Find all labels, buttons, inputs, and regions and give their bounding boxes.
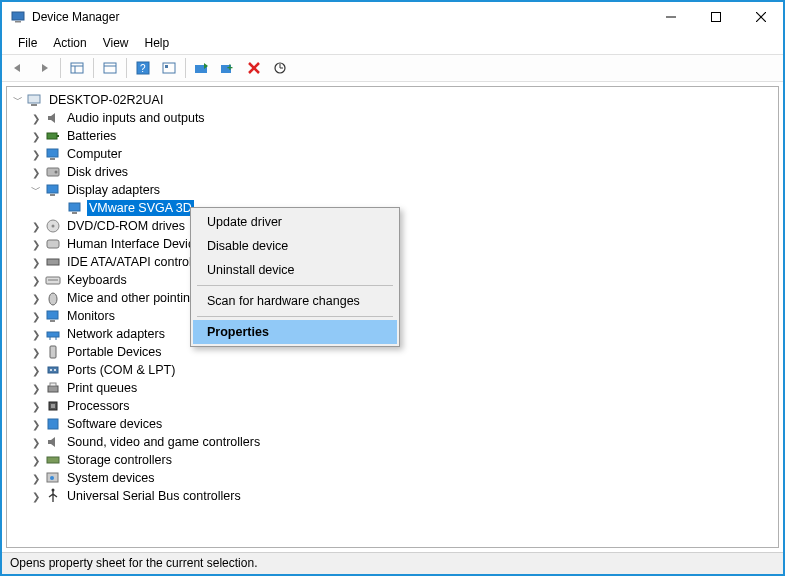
mouse-icon <box>45 290 61 306</box>
chevron-right-icon[interactable]: ❯ <box>29 167 43 178</box>
chevron-right-icon[interactable]: ❯ <box>29 113 43 124</box>
battery-icon <box>45 128 61 144</box>
chevron-right-icon[interactable]: ❯ <box>29 239 43 250</box>
chevron-right-icon[interactable]: ❯ <box>29 365 43 376</box>
chevron-right-icon[interactable]: ❯ <box>29 437 43 448</box>
toolbar-separator <box>93 58 94 78</box>
svg-rect-26 <box>50 158 55 160</box>
tree-item-batteries[interactable]: ❯Batteries <box>11 127 774 145</box>
svg-rect-22 <box>31 104 37 106</box>
context-menu: Update driver Disable device Uninstall d… <box>190 207 400 347</box>
toolbar: ? + <box>2 54 783 82</box>
chevron-right-icon[interactable]: ❯ <box>29 149 43 160</box>
ctx-properties[interactable]: Properties <box>193 320 397 344</box>
window-title: Device Manager <box>32 10 119 24</box>
tree-item-storage[interactable]: ❯Storage controllers <box>11 451 774 469</box>
cpu-icon <box>45 398 61 414</box>
svg-point-34 <box>52 225 55 228</box>
usb-icon <box>45 488 61 504</box>
chevron-right-icon[interactable]: ❯ <box>29 347 43 358</box>
svg-rect-25 <box>47 149 58 157</box>
disk-icon <box>45 164 61 180</box>
minimize-button[interactable] <box>648 2 693 32</box>
chevron-right-icon[interactable]: ❯ <box>29 455 43 466</box>
ctx-uninstall-device[interactable]: Uninstall device <box>193 258 397 282</box>
back-button[interactable] <box>6 57 30 79</box>
ctx-disable-device[interactable]: Disable device <box>193 234 397 258</box>
device-manager-window: Device Manager File Action View Help ? + <box>0 0 785 576</box>
toolbar-separator <box>185 58 186 78</box>
chevron-right-icon[interactable]: ❯ <box>29 419 43 430</box>
tree-item-disk-drives[interactable]: ❯Disk drives <box>11 163 774 181</box>
svg-point-28 <box>55 171 58 174</box>
software-icon <box>45 416 61 432</box>
network-icon <box>45 326 61 342</box>
ctx-scan-hardware[interactable]: Scan for hardware changes <box>193 289 397 313</box>
chevron-right-icon[interactable]: ❯ <box>29 383 43 394</box>
tree-item-sound[interactable]: ❯Sound, video and game controllers <box>11 433 774 451</box>
tree-item-software-devices[interactable]: ❯Software devices <box>11 415 774 433</box>
tree-item-print-queues[interactable]: ❯Print queues <box>11 379 774 397</box>
tree-item-audio[interactable]: ❯Audio inputs and outputs <box>11 109 774 127</box>
chevron-right-icon[interactable]: ❯ <box>29 491 43 502</box>
svg-rect-30 <box>50 194 55 196</box>
svg-rect-35 <box>47 240 59 248</box>
chevron-right-icon[interactable]: ❯ <box>29 329 43 340</box>
svg-rect-24 <box>57 135 59 137</box>
display-icon <box>45 182 61 198</box>
tree-item-usb[interactable]: ❯Universal Serial Bus controllers <box>11 487 774 505</box>
forward-button[interactable] <box>32 57 56 79</box>
tree-item-processors[interactable]: ❯Processors <box>11 397 774 415</box>
help-button[interactable]: ? <box>131 57 155 79</box>
action-button[interactable] <box>157 57 181 79</box>
svg-text:?: ? <box>140 63 146 74</box>
scan-hardware-button[interactable] <box>268 57 292 79</box>
svg-rect-1 <box>15 21 21 23</box>
svg-point-57 <box>52 489 55 492</box>
storage-icon <box>45 452 61 468</box>
menu-file[interactable]: File <box>10 34 45 52</box>
uninstall-button[interactable] <box>242 57 266 79</box>
chevron-right-icon[interactable]: ❯ <box>29 257 43 268</box>
chevron-right-icon[interactable]: ❯ <box>29 311 43 322</box>
tree-item-ports[interactable]: ❯Ports (COM & LPT) <box>11 361 774 379</box>
sound-icon <box>45 434 61 450</box>
properties-button[interactable] <box>98 57 122 79</box>
tree-root[interactable]: ﹀ DESKTOP-02R2UAI <box>11 91 774 109</box>
show-hide-console-tree-button[interactable] <box>65 57 89 79</box>
svg-rect-46 <box>48 367 58 373</box>
add-legacy-hardware-button[interactable]: + <box>216 57 240 79</box>
svg-rect-13 <box>163 63 175 73</box>
audio-icon <box>45 110 61 126</box>
menu-help[interactable]: Help <box>137 34 178 52</box>
status-text: Opens property sheet for the current sel… <box>10 556 257 570</box>
chevron-down-icon[interactable]: ﹀ <box>29 183 43 197</box>
chevron-right-icon[interactable]: ❯ <box>29 401 43 412</box>
ctx-update-driver[interactable]: Update driver <box>193 210 397 234</box>
svg-rect-9 <box>104 63 116 73</box>
chevron-right-icon[interactable]: ❯ <box>29 275 43 286</box>
menu-view[interactable]: View <box>95 34 137 52</box>
tree-item-computer[interactable]: ❯Computer <box>11 145 774 163</box>
chevron-right-icon[interactable]: ❯ <box>29 221 43 232</box>
close-button[interactable] <box>738 2 783 32</box>
chevron-right-icon[interactable]: ❯ <box>29 293 43 304</box>
svg-point-56 <box>50 476 54 480</box>
tree-item-display-adapters[interactable]: ﹀Display adapters <box>11 181 774 199</box>
update-driver-button[interactable] <box>190 57 214 79</box>
menu-action[interactable]: Action <box>45 34 94 52</box>
svg-rect-36 <box>47 259 59 265</box>
disc-icon <box>45 218 61 234</box>
computer-icon <box>45 146 61 162</box>
ctx-separator <box>197 285 393 286</box>
svg-rect-21 <box>28 95 40 103</box>
tree-item-system[interactable]: ❯System devices <box>11 469 774 487</box>
chevron-down-icon[interactable]: ﹀ <box>11 93 25 107</box>
maximize-button[interactable] <box>693 2 738 32</box>
toolbar-separator <box>60 58 61 78</box>
chevron-right-icon[interactable]: ❯ <box>29 131 43 142</box>
port-icon <box>45 362 61 378</box>
menubar: File Action View Help <box>2 32 783 54</box>
chevron-right-icon[interactable]: ❯ <box>29 473 43 484</box>
printer-icon <box>45 380 61 396</box>
